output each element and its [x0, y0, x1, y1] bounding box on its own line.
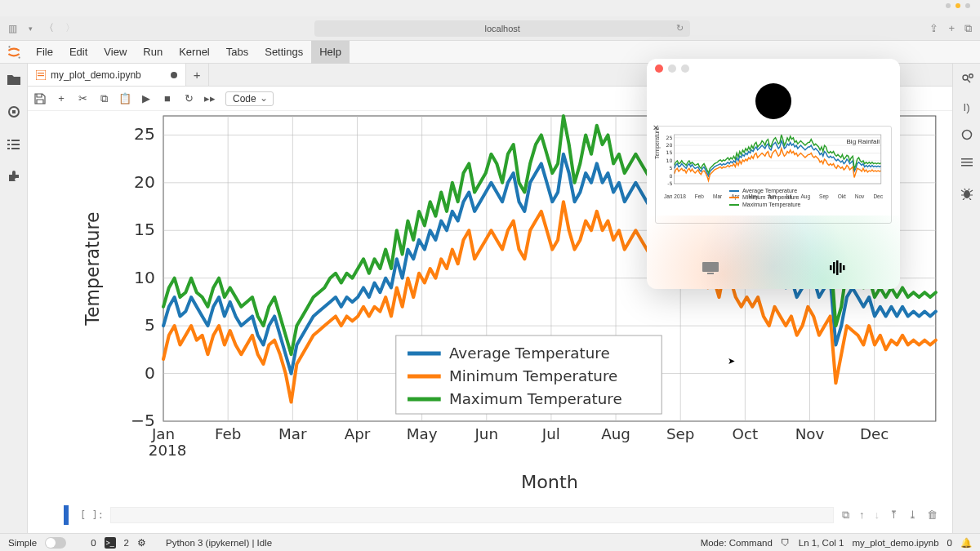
- mode-status: Mode: Command: [701, 538, 773, 548]
- macos-window-controls: [946, 3, 970, 8]
- kernel-indicator-icon: [960, 127, 974, 142]
- screen-icon[interactable]: [702, 261, 719, 278]
- jupyter-logo[interactable]: [0, 41, 28, 63]
- mini-ylabel: Temperature: [654, 127, 660, 159]
- svg-rect-89: [840, 263, 842, 273]
- svg-text:Minimum Temperature: Minimum Temperature: [449, 367, 617, 384]
- move-up-icon[interactable]: ↑: [859, 509, 865, 522]
- save-icon[interactable]: [34, 93, 46, 104]
- url-bar[interactable]: localhost ↻: [314, 20, 690, 37]
- simple-toggle[interactable]: [45, 537, 66, 549]
- svg-rect-65: [961, 158, 973, 160]
- new-tab-icon[interactable]: +: [948, 22, 955, 35]
- move-down-icon[interactable]: ↓: [875, 509, 880, 522]
- left-sidebar: [0, 64, 28, 533]
- share-icon[interactable]: ⇪: [929, 22, 938, 35]
- overlay-window[interactable]: ✕ Temperature Big Rainfall -50510152025 …: [647, 59, 900, 289]
- svg-rect-90: [843, 265, 845, 270]
- overlay-thumbnail[interactable]: ✕ Temperature Big Rainfall -50510152025 …: [655, 126, 892, 224]
- stop-icon[interactable]: ■: [162, 93, 173, 104]
- alerts-count: 0: [947, 538, 952, 548]
- overlay-titlebar: [647, 59, 900, 78]
- run-icon[interactable]: ▶: [140, 93, 152, 104]
- svg-text:15: 15: [134, 220, 155, 239]
- more-icon[interactable]: [960, 155, 974, 170]
- svg-rect-86: [830, 265, 832, 270]
- cut-icon[interactable]: ✂: [77, 93, 88, 104]
- svg-text:Jan: Jan: [151, 425, 175, 442]
- mouse-cursor: ➤: [728, 356, 735, 367]
- svg-text:Jun: Jun: [474, 425, 498, 442]
- cursor-pos: Ln 1, Col 1: [799, 538, 844, 548]
- cell-input[interactable]: [110, 507, 834, 523]
- svg-text:Temperature: Temperature: [82, 211, 103, 326]
- svg-text:Average Temperature: Average Temperature: [449, 344, 610, 362]
- menu-help[interactable]: Help: [311, 41, 350, 64]
- property-inspector-icon[interactable]: [960, 72, 974, 87]
- cell-toolbar: ⧉ ↑ ↓ ⤒ ⤓ 🗑: [842, 509, 938, 522]
- delete-cell-icon[interactable]: 🗑: [927, 509, 938, 522]
- svg-rect-8: [7, 148, 10, 149]
- notification-icon[interactable]: 🔔: [960, 537, 972, 549]
- svg-rect-85: [707, 273, 714, 274]
- nav-forward-icon[interactable]: 〉: [65, 21, 75, 35]
- add-cell-icon[interactable]: +: [56, 93, 67, 104]
- menu-kernel[interactable]: Kernel: [171, 41, 218, 64]
- toc-icon[interactable]: [7, 137, 21, 152]
- file-status: my_plot_demo.ipynb: [852, 538, 938, 548]
- svg-point-63: [969, 74, 972, 78]
- terminals-count: 0: [91, 538, 96, 548]
- kernel-status: Python 3 (ipykernel) | Idle: [166, 538, 272, 548]
- run-all-icon[interactable]: ▸▸: [204, 93, 216, 104]
- audio-icon[interactable]: [828, 260, 846, 279]
- duplicate-cell-icon[interactable]: ⧉: [842, 509, 849, 522]
- running-icon[interactable]: [7, 104, 21, 119]
- overlay-min-icon[interactable]: [668, 64, 676, 73]
- menu-run[interactable]: Run: [135, 41, 171, 64]
- overlay-max-icon[interactable]: [681, 64, 689, 73]
- kernel-icon[interactable]: ⚙: [137, 537, 146, 549]
- debugger-icon[interactable]: [960, 186, 974, 201]
- file-browser-icon[interactable]: [7, 72, 21, 87]
- svg-text:5: 5: [670, 165, 673, 171]
- restart-icon[interactable]: ↻: [183, 93, 194, 104]
- copy-icon[interactable]: ⧉: [98, 93, 109, 104]
- terminal-icon[interactable]: >_: [105, 537, 116, 549]
- svg-rect-84: [702, 262, 719, 272]
- svg-rect-3: [12, 110, 16, 113]
- sidebar-toggle-icon[interactable]: ▥: [8, 23, 17, 34]
- url-text: localhost: [484, 24, 519, 33]
- tab-dropdown-icon[interactable]: ▾: [29, 24, 33, 33]
- extensions-icon[interactable]: [7, 170, 21, 184]
- celltype-select[interactable]: Code: [225, 91, 274, 106]
- menu-settings[interactable]: Settings: [256, 41, 311, 64]
- menu-view[interactable]: View: [96, 41, 135, 64]
- svg-text:5: 5: [145, 315, 155, 335]
- trust-icon[interactable]: ⛉: [781, 538, 791, 548]
- reload-icon[interactable]: ↻: [676, 23, 684, 33]
- svg-rect-67: [961, 165, 973, 167]
- browser-toolbar: ▥ ▾ 〈 〉 localhost ↻ ⇪ + ⧉: [0, 16, 980, 41]
- tab-title: my_plot_demo.ipynb: [51, 69, 141, 81]
- paste-icon[interactable]: 📋: [119, 93, 131, 104]
- overlay-close-icon[interactable]: [655, 64, 663, 73]
- svg-text:Dec: Dec: [860, 425, 889, 442]
- tabs-icon[interactable]: ⧉: [964, 22, 972, 35]
- svg-text:Apr: Apr: [345, 425, 371, 442]
- menu-edit[interactable]: Edit: [61, 41, 96, 64]
- overlay-camera: [647, 78, 900, 124]
- mini-annotation: Big Rainfall: [847, 138, 880, 145]
- new-tab-button[interactable]: +: [186, 64, 209, 86]
- kernels-count: 2: [124, 538, 129, 548]
- svg-rect-12: [38, 75, 44, 76]
- nav-back-icon[interactable]: 〈: [44, 21, 54, 35]
- svg-text:Jul: Jul: [541, 425, 560, 442]
- insert-below-icon[interactable]: ⤓: [908, 509, 917, 522]
- notebook-tab[interactable]: my_plot_demo.ipynb: [28, 64, 186, 86]
- menu-file[interactable]: File: [28, 41, 61, 64]
- svg-text:Nov: Nov: [795, 425, 825, 442]
- menu-tabs[interactable]: Tabs: [218, 41, 256, 64]
- notebook-icon: [36, 70, 46, 80]
- insert-above-icon[interactable]: ⤒: [889, 509, 898, 522]
- code-cell[interactable]: [ ]: ⧉ ↑ ↓ ⤒ ⤓ 🗑: [64, 505, 938, 525]
